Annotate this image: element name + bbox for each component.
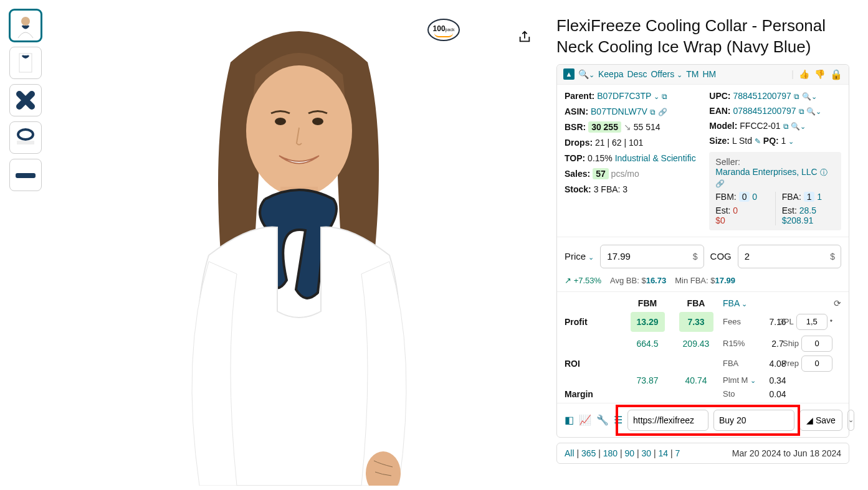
ean-value[interactable]: 0788451200797 <box>733 106 796 116</box>
desc-link[interactable]: Desc <box>627 69 647 79</box>
search-icon[interactable]: 🔍⌄ <box>802 92 817 101</box>
plmt-value: 0.34 <box>765 375 790 385</box>
copy-icon[interactable]: ⧉ <box>662 92 667 101</box>
ship-input[interactable] <box>801 336 832 352</box>
seller-label: Seller: <box>715 157 835 167</box>
list-icon[interactable]: ☰ <box>614 414 622 426</box>
lock-icon[interactable]: 🔒 <box>830 68 842 80</box>
refresh-icon[interactable]: ⟳ <box>834 298 841 308</box>
est-value: 0 <box>733 205 738 215</box>
minfba-label: Min FBA: $ <box>675 276 715 285</box>
price-input[interactable] <box>600 245 703 268</box>
thumbs-down-icon[interactable]: 👎 <box>814 69 825 79</box>
cog-input[interactable] <box>738 245 841 268</box>
pq-value: 1 <box>781 136 786 146</box>
note-input[interactable] <box>713 410 794 431</box>
price-label: Price ⌄ <box>565 251 594 261</box>
seller-name[interactable]: Maranda Enterprises, LLC <box>715 167 817 177</box>
bsr-label: BSR: <box>565 122 586 132</box>
top-category[interactable]: Industrial & Scientific <box>615 153 696 163</box>
info-panel: ▲ 🔍⌄ Keepa Desc Offers ⌄ TM HM | 👍 👎 🔒 P… <box>556 64 849 438</box>
wrench-icon[interactable]: 🔧 <box>596 414 609 426</box>
pack-badge: 100pack <box>427 19 460 41</box>
size-value: L Std <box>732 136 752 146</box>
thumbnail-2[interactable] <box>9 47 42 79</box>
fbm-count: 0 <box>739 192 750 202</box>
copy-icon[interactable]: ⧉ <box>799 107 804 116</box>
thumbs-up-icon[interactable]: 👍 <box>799 69 809 79</box>
currency-unit: $ <box>830 252 835 261</box>
plmt-label[interactable]: Plmt M ⌄ <box>723 375 760 385</box>
prep-input[interactable] <box>801 356 832 372</box>
sales-value: 57 <box>593 168 609 179</box>
search-icon[interactable]: 🔍⌄ <box>806 107 821 116</box>
chart-icon[interactable]: 📈 <box>579 414 591 426</box>
size-label: Size: <box>709 136 730 146</box>
range-7[interactable]: 7 <box>675 448 680 458</box>
info-icon[interactable]: ⓘ <box>820 168 827 177</box>
copy-icon[interactable]: ⧉ <box>783 122 789 131</box>
range-180[interactable]: 180 <box>603 448 618 458</box>
range-365[interactable]: 365 <box>581 448 596 458</box>
range-14[interactable]: 14 <box>659 448 669 458</box>
range-all[interactable]: All <box>565 448 575 458</box>
search-icon[interactable]: 🔍⌄ <box>578 69 594 79</box>
chevron-down-icon[interactable]: ⌄ <box>588 253 594 261</box>
share-icon[interactable] <box>518 30 532 47</box>
fba-selector[interactable]: FBA ⌄ <box>723 298 760 308</box>
thumbnail-4[interactable] <box>9 121 42 154</box>
chevron-down-icon[interactable]: ⌄ <box>788 138 794 145</box>
chevron-down-icon[interactable]: ⌄ <box>654 93 659 100</box>
tm-link[interactable]: TM <box>686 69 699 79</box>
date-range-text: Mar 20 2024 to Jun 18 2024 <box>732 448 841 458</box>
bsr-delta: 55 514 <box>634 122 661 132</box>
badge-number: 100 <box>433 24 446 33</box>
badge-text: pack <box>446 27 455 32</box>
search-icon[interactable]: 🔍⌄ <box>791 122 806 131</box>
parent-value[interactable]: B07DF7C3TP <box>597 91 651 101</box>
roi-label: ROI <box>565 359 621 369</box>
fbm-label: FBM: <box>715 192 736 202</box>
hm-link[interactable]: HM <box>702 69 716 79</box>
range-90[interactable]: 90 <box>625 448 635 458</box>
top-label: TOP: <box>565 153 585 163</box>
est-label: Est: <box>715 205 730 215</box>
top-pct: 0.15% <box>588 153 613 163</box>
save-dropdown[interactable]: ⌄ <box>847 410 854 431</box>
svg-rect-4 <box>16 173 36 178</box>
source-url-input[interactable] <box>627 410 708 431</box>
est-dollar: $0 <box>715 215 768 225</box>
fbm-header: FBM <box>626 298 669 308</box>
link-icon[interactable]: 🔗 <box>658 108 667 116</box>
drops-label: Drops: <box>565 138 593 148</box>
upc-value[interactable]: 788451200797 <box>733 91 791 101</box>
sales-unit: pcs/mo <box>611 169 639 179</box>
3pl-input[interactable] <box>796 314 827 330</box>
offers-link[interactable]: Offers ⌄ <box>651 69 682 79</box>
save-button[interactable]: ◢Save <box>799 410 842 431</box>
edit-icon[interactable]: ✎ <box>755 137 761 146</box>
fba2-label: FBA <box>723 359 760 368</box>
collapse-icon[interactable]: ▲ <box>563 68 575 80</box>
roi-fba: 209.43 <box>674 339 718 349</box>
ship-label: Ship <box>783 339 799 348</box>
asin-value[interactable]: B07TDNLW7V <box>591 106 647 116</box>
thumbnail-1[interactable] <box>9 9 42 42</box>
keepa-link[interactable]: Keepa <box>598 69 623 79</box>
panel-icon[interactable]: ◧ <box>565 414 574 426</box>
fba-count: 1 <box>804 192 815 202</box>
svg-point-6 <box>275 118 286 125</box>
thumbnail-5[interactable] <box>9 159 42 191</box>
profit-label: Profit <box>565 317 621 327</box>
copy-icon[interactable]: ⧉ <box>650 108 656 116</box>
range-30[interactable]: 30 <box>642 448 652 458</box>
link-icon[interactable]: 🔗 <box>715 179 725 188</box>
thumbnail-3[interactable] <box>9 84 42 116</box>
product-image[interactable] <box>112 12 486 486</box>
stock-value: 3 FBA: 3 <box>594 184 627 194</box>
thumbnail-strip <box>0 0 54 486</box>
avgbb-value: 16.73 <box>646 276 667 285</box>
fba-header: FBA <box>674 298 718 308</box>
copy-icon[interactable]: ⧉ <box>794 92 799 101</box>
r15-label: R15% <box>723 339 760 348</box>
